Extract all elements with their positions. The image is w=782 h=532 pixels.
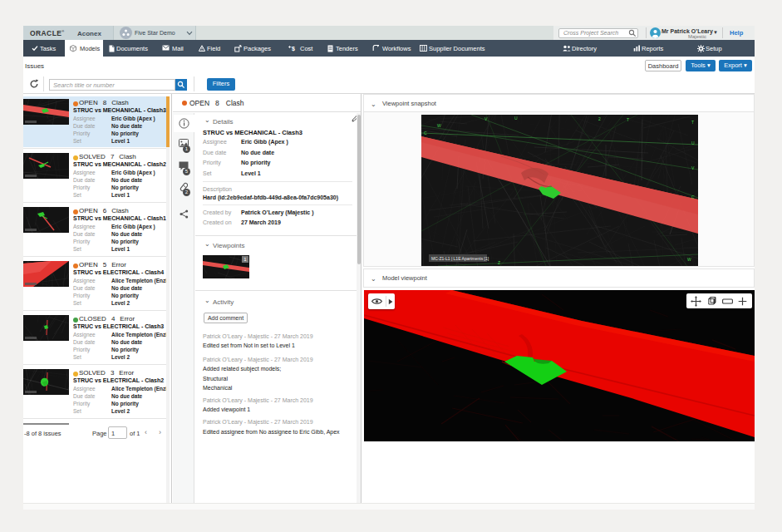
svg-text:2: 2	[598, 116, 601, 121]
svg-text:$: $	[292, 46, 295, 52]
svg-text:C: C	[691, 195, 695, 200]
svg-text:W: W	[687, 257, 691, 262]
svg-text:C: C	[424, 131, 427, 135]
svg-text:T: T	[691, 120, 694, 125]
svg-text:T: T	[627, 117, 629, 122]
svg-text:U: U	[514, 116, 518, 121]
svg-text:W: W	[437, 123, 441, 128]
svg-text:U: U	[691, 140, 695, 145]
svg-text:MC-Z1-L1 | L1E Apartments [1]: MC-Z1-L1 | L1E Apartments [1]	[431, 256, 489, 261]
svg-text:Z: Z	[498, 260, 500, 265]
